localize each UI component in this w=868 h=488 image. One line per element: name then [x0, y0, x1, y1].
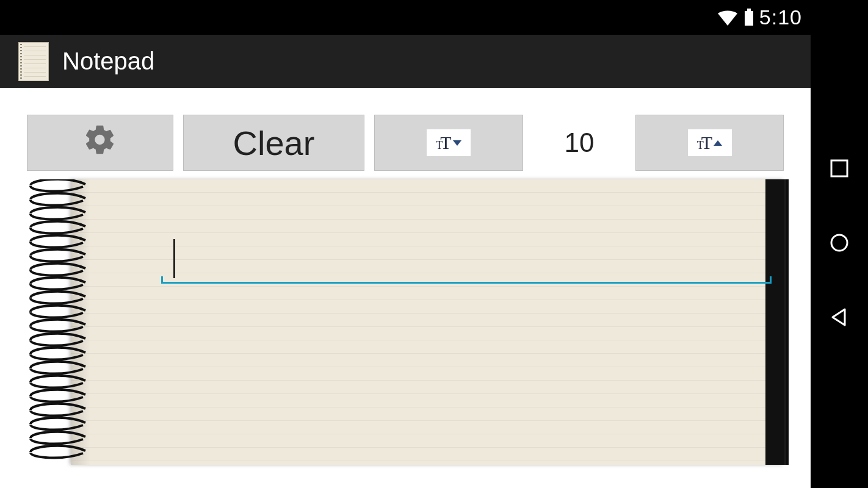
status-bar: 5:10 [0, 0, 811, 35]
page-edge [765, 179, 784, 465]
action-bar: Notepad [0, 35, 811, 88]
recent-apps-button[interactable] [829, 158, 850, 181]
input-underline [161, 282, 772, 284]
gear-icon [83, 123, 117, 163]
app-title: Notepad [62, 48, 154, 75]
svg-rect-2 [745, 11, 753, 26]
font-increase-button[interactable]: TT [635, 115, 784, 171]
wifi-icon [717, 9, 739, 27]
home-button[interactable] [829, 232, 850, 256]
settings-button[interactable] [27, 115, 173, 171]
font-size-value: 10 [565, 127, 595, 158]
svg-rect-0 [831, 160, 847, 176]
note-input[interactable] [161, 234, 769, 279]
svg-point-1 [831, 235, 847, 251]
font-decrease-icon: TT [427, 129, 471, 156]
status-clock: 5:10 [759, 5, 802, 29]
battery-icon [743, 9, 754, 27]
android-navbar [811, 0, 868, 488]
svg-rect-3 [747, 9, 751, 11]
notepad [27, 179, 784, 465]
font-size-display: 10 [523, 115, 635, 171]
toolbar: Clear TT 10 TT [0, 115, 811, 171]
screen: 5:10 Notepad Clear [0, 0, 811, 488]
font-decrease-button[interactable]: TT [374, 115, 523, 171]
notepad-paper[interactable] [71, 179, 784, 465]
font-increase-icon: TT [688, 129, 732, 156]
back-button[interactable] [829, 307, 850, 330]
clear-button[interactable]: Clear [183, 115, 364, 171]
content-area: Clear TT 10 TT [0, 88, 811, 488]
clear-button-label: Clear [233, 123, 315, 163]
app-icon [18, 42, 49, 81]
